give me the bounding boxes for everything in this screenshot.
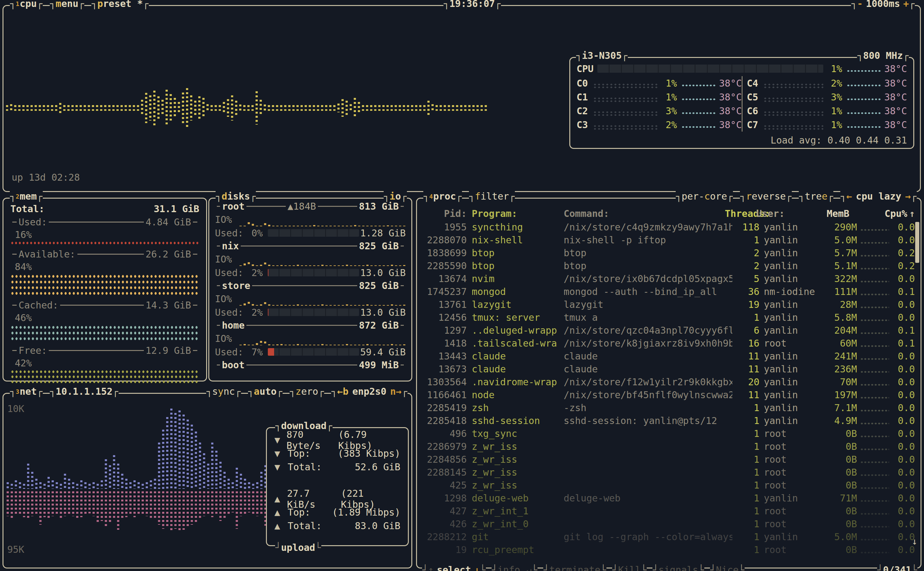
col-mem[interactable]: MemB: [818, 208, 849, 219]
select-up-icon[interactable]: ↑: [428, 564, 434, 571]
process-row[interactable]: 496 txg_sync 1 root 0B 0.0: [423, 427, 915, 440]
process-row[interactable]: 1298 deluge-web deluge-web 1 yanlin 71M …: [423, 492, 915, 505]
process-row[interactable]: 1297 ..deluged-wrapp /nix/store/qzc04a3n…: [423, 324, 915, 337]
select-control[interactable]: ↑select↓: [422, 564, 486, 571]
col-user[interactable]: User:: [756, 208, 818, 219]
process-threads: 1: [732, 441, 759, 452]
process-mem-graph: [860, 267, 889, 270]
process-row[interactable]: 13761 lazygit lazygit 19 yanlin 28M 0.0: [423, 298, 915, 311]
net-info-row: ▲Top:(1.89 Mibps): [274, 506, 400, 519]
disk-used-bar: [268, 269, 359, 276]
process-row[interactable]: 12456 tmux: server tmux a 1 yanlin 5.8M …: [423, 311, 915, 324]
col-command[interactable]: Command:: [564, 208, 725, 219]
upload-title: upload: [275, 542, 321, 553]
process-row[interactable]: 425 z_wr_iss 1 root 0B 0.0: [423, 479, 915, 492]
interval-increase-button[interactable]: +: [903, 0, 909, 9]
scroll-down-icon[interactable]: ↓: [912, 536, 917, 547]
menu-button[interactable]: menu: [50, 0, 84, 9]
iface-next-button[interactable]: n→: [390, 386, 402, 397]
process-row[interactable]: 2288070 nix-shell nix-shell -p iftop 1 y…: [423, 233, 915, 247]
net-zero-button[interactable]: zero: [290, 386, 324, 397]
process-cpu: 0.0: [891, 389, 915, 400]
process-row[interactable]: 2286979 z_wr_iss 1 root 0B 0.0: [423, 440, 915, 453]
core-temp: 38°C: [881, 78, 907, 89]
process-name: z_wr_int_1: [472, 506, 564, 517]
process-pid: 496: [423, 428, 467, 439]
footer-button-signals[interactable]: signals: [652, 564, 704, 571]
net-auto-button[interactable]: auto: [248, 386, 283, 397]
process-row[interactable]: 19 rcu_preempt 1 root 0B 0.0: [423, 543, 915, 556]
preset-button[interactable]: preset *: [91, 0, 149, 9]
sort-prev-button[interactable]: ←: [846, 191, 852, 202]
process-row[interactable]: 2285418 sshd-session sshd-session: yanli…: [423, 414, 915, 427]
net-interface-switcher[interactable]: ←benp2s0n→: [331, 386, 408, 397]
process-scrollbar-thumb[interactable]: [915, 222, 919, 263]
col-program[interactable]: Program:: [472, 208, 564, 219]
process-row[interactable]: 2288145 z_wr_iss 1 root 0B 0.0: [423, 466, 915, 479]
core-temp: 38°C: [881, 92, 907, 103]
sort-selector[interactable]: ←cpu lazy→: [840, 191, 917, 202]
process-row[interactable]: 1166461 node /nix/store/bf45nflf0wylnscw…: [423, 389, 915, 401]
process-row[interactable]: 1955 syncthing /nix/store/c4q9zmkzy9awy7…: [423, 221, 915, 233]
core-percent: 3%: [823, 92, 842, 103]
process-pid: 2288145: [423, 467, 467, 478]
select-down-icon[interactable]: ↓: [474, 564, 480, 571]
footer-button-kill[interactable]: Kill: [612, 564, 647, 571]
disk-io-graph: [240, 252, 406, 266]
download-title: download: [275, 420, 333, 431]
net-sync-button[interactable]: sync: [206, 386, 241, 397]
update-interval-control[interactable]: -1000ms+: [851, 0, 915, 9]
interval-decrease-button[interactable]: -: [857, 0, 862, 9]
reverse-button[interactable]: reverse: [740, 191, 792, 202]
process-mem: 5.0M: [825, 531, 857, 542]
process-row[interactable]: 1418 .tailscaled-wra /nix/store/k8jgiaxr…: [423, 337, 915, 350]
col-pid[interactable]: Pid:: [423, 208, 467, 219]
process-row[interactable]: 2288212 git git log --graph --color=alwa…: [423, 530, 915, 543]
process-mem: 70M: [825, 377, 857, 387]
core-temp-meter: [681, 84, 715, 87]
per-core-button[interactable]: per-core: [676, 191, 733, 202]
uptime-label: up 13d 02:28: [12, 172, 80, 183]
process-row[interactable]: 13673 claude claude 11 yanlin 236M 0.0: [423, 363, 915, 375]
mem-avail-graph: [11, 273, 199, 296]
col-threads[interactable]: Threads:: [725, 208, 752, 219]
process-threads: 1: [732, 519, 759, 529]
process-user: root: [764, 544, 825, 555]
process-row[interactable]: 1838699 btop btop 2 yanlin 5.7M 0.2: [423, 247, 915, 259]
io-mode-button[interactable]: io: [383, 191, 407, 202]
tab-mem[interactable]: 2mem: [10, 191, 43, 202]
process-row[interactable]: 13674 nvim /nix/store/ix0b67dcdpl05xpagx…: [423, 272, 915, 285]
process-command: /nix/store/bf45nflf0wylnscwwa2xg: [564, 389, 732, 400]
col-cpu[interactable]: Cpu%: [883, 208, 907, 219]
sort-next-button[interactable]: →: [905, 191, 911, 202]
iface-prev-button[interactable]: ←b: [337, 386, 348, 397]
process-row[interactable]: 2285419 zsh -zsh 1 yanlin 7.1M 0.0: [423, 401, 915, 414]
filter-button[interactable]: filter: [469, 191, 515, 202]
mem-used-graph: [11, 241, 199, 245]
footer-button-info[interactable]: info ↵: [491, 564, 538, 571]
process-row[interactable]: 2284856 z_wr_iss 1 root 0B 0.0: [423, 453, 915, 466]
process-row[interactable]: 1745237 mongod mongod --auth --bind_ip_a…: [423, 285, 915, 298]
core-temp-meter: [847, 98, 881, 101]
cpu-usage-graph: [6, 80, 493, 136]
process-user: yanlin: [764, 235, 825, 245]
sort-direction-icon[interactable]: ↑: [909, 208, 915, 219]
process-mem-graph: [860, 512, 889, 515]
clock: 19:36:07: [444, 0, 501, 9]
process-command: lazygit: [564, 299, 732, 310]
disks-title[interactable]: disks: [216, 191, 256, 202]
tab-proc[interactable]: 4proc: [423, 191, 462, 202]
process-pid: 427: [423, 506, 467, 517]
process-row[interactable]: 1303564 .navidrome-wrap /nix/store/f12w1…: [423, 375, 915, 389]
process-threads: 11: [732, 364, 759, 375]
process-row[interactable]: 2285590 btop btop 2 yanlin 5.1M 0.2: [423, 259, 915, 272]
footer-button-nice[interactable]: Nice: [710, 564, 745, 571]
footer-button-terminate[interactable]: terminate: [543, 564, 607, 571]
tab-cpu[interactable]: 1cpu: [10, 0, 43, 9]
process-user: yanlin: [764, 222, 825, 233]
process-row[interactable]: 13443 claude claude 11 yanlin 241M 0.0: [423, 350, 915, 363]
tab-net[interactable]: 3net: [10, 386, 43, 397]
tree-button[interactable]: tree: [799, 191, 833, 202]
process-row[interactable]: 426 z_wr_int_0 1 root 0B 0.0: [423, 517, 915, 530]
process-row[interactable]: 427 z_wr_int_1 1 root 0B 0.0: [423, 505, 915, 517]
